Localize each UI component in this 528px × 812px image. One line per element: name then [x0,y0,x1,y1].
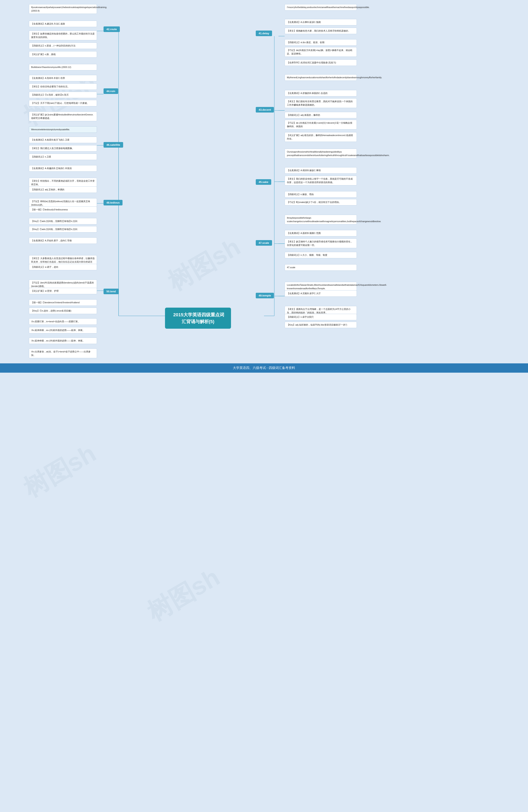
tedious-tip: 【猜一猜】①tediously②tediousness [29,206,97,213]
scale-word4: 【四级词义】n.大小、规模、等级、制度 [285,252,357,258]
route-sentence: Ifyouknowexactlywhatyouwant,thebestroute… [29,4,97,14]
tedious-sentence: 【全真测试】A.有趣的B.乏味的C.丰富的 [29,165,97,172]
bottom-bar: 大学英语四、六级考试···四级词汇备考资料 [0,363,528,373]
label-tend: 50.tend [104,289,119,294]
connector-lines [0,0,528,812]
tend-key3: ③v.延伸伸展，ex-(外)前外面的趋势——延伸、伸展。 [29,337,97,344]
temple-sentence: 47.scale [285,264,357,271]
delay-word4: 【四级词义】vt.&n.推迟、延误、欲期 [285,39,357,46]
route-word4: 【四级词义】n.渠道，(一种达到目的的)方法 [29,43,97,49]
sake-sentence: Oursisaprofessionwhichtraditionallyhasbe… [285,149,357,158]
tedious-test: 【译文】特别指出，不同的案例必须区分开，否则这会使工作变得乏味。 [29,178,97,187]
tend-key4: ④v.出席参加，at(在、处于)+tend=处于趋势之中——出席参加。 [29,348,97,358]
tend-expand: 【猜一猜】①tendence②intend③extend④attend [29,299,97,306]
sake-trans: 【译文】我们的职业传统上恪守一个信条，那就是尽可能的不造成伤害，这是把这一个为讲… [285,176,357,185]
satellite-test: 【全真测试】A.租星B.航天飞机C.卫星 [29,137,97,143]
sake-word4: 【四级词义】n.缘故、理由 [285,191,357,198]
label-tedious: 48.tedious [104,200,122,205]
satellite-trans: 【译文】我们通过人造卫星接收电视图像。 [29,145,97,151]
tedious-trans: 【四级词义】adj.乏味的，单调的 [29,186,97,193]
scale-test: 【全真测试】A.面积B.规模C.范围 [285,230,357,236]
tend-tip: 【词义扩展】vt.照管、护理 [29,288,97,294]
tend-key2: ③v.延伸伸展，ex-(外)前外面的趋势——延伸、伸展。 [29,327,97,333]
decent-tip: 【巧记】de-(向相反方向发展)+cent(分)=decent少花一分钱晚会很像… [285,120,357,129]
decent-trans: 【译文】我们朋友玲没有受过教育，因此对于她来说找一个体面的工作并赚钱来养家是困难… [285,98,357,108]
satellite-word4: 【四级词义】n.卫星 [29,154,97,160]
label-ruin: 44.ruin [104,88,118,94]
label-scale: 47.scale [256,240,272,246]
label-temple: 49.temple [256,293,274,298]
ruin-tip: 【巧记】天不下雨(rain)下道(u)，它把地球毁成一片废墟。 [29,100,97,106]
temple-guess: 【四级词义】n.庙宇太阳穴 [285,314,357,320]
route-trans: 【译文】如果你确定的知道你想要的，那么找工作最好的方法是接受专业的训练。 [29,31,97,40]
decent-word4: 【四级词义】adj.体面的，像样的 [285,112,357,118]
delay-trans: 【译文】很抱歉给您大家，我们的技术人员将尽快将机器修好。 [285,28,357,34]
watermark-2: 树图sh [162,230,247,299]
delay-tip: 【巧记】de(向相反方向发展)+lay(躺、放置)=躺着不起来、就会欧迟、延误事… [285,47,357,57]
temple-test: LocatedintheTaiwanStraits,MeizhouIslandi… [285,282,357,291]
sake-tip: 【巧记】蛇(snake)缺少了n后，就没有活下去的理由。 [285,199,357,205]
scale-sentence: Itmaybepossibleforlarge-scalechangetoccu… [285,215,357,224]
tend-key1: ②v.想要打算，in+tend=在趋向里——想要打算。 [29,318,97,325]
label-route: 42.route [104,26,120,32]
ruin-expand: 【词义扩展】[pl.]ruins废墟Hestudiedtheruinsofanc… [29,112,97,121]
tend-guess: 【Key】①n.趋向，趋势(-ence名词后缀) [29,308,97,314]
ruin-sentence: Butitdoesn'thavetoruinyourlife.(2003.12) [29,64,97,70]
tend-sentence: 【全真测试】A.开始B.易于，趋向C.导致 [29,237,97,244]
ruin-trans: 【译文】但你没有必要毁了你的生活。 [29,83,97,90]
label-satellite: 46.satellite [104,142,123,148]
decent-test: 【全真测试】A.舒服的B.体面的C.合适的 [285,90,357,97]
decent-sentence: MyfrienedLinghasnoeducationsoitshardforh… [285,74,357,81]
route-expand: 【词义扩展】n.路，路线 [29,51,97,58]
temple-trans: 【全真测试】A.宫殿B.庙宇C.大厅 [285,290,357,297]
title-line2: 汇背诵与解析(5) [173,318,223,325]
tend-trans: 【四级词义】vi.易于，趋向 [29,264,97,270]
page-container: 树图sh 树图sh 树图sh 树图sh [0,0,528,812]
decent-expand: 【词义扩展】adj.相当好的，像样的Hemadeadecentrecord.他成… [285,132,357,142]
sake-test: 【全真测试】A.维持B.缘故C.事情 [285,167,357,174]
watermark-4: 树图sh [141,561,226,629]
temple-key: 【Key】adj.似祈祷的，似庙宇的(-like形容词后缀表示"一的") [285,322,357,328]
ruin-word4: 【四级词义】①v.毁坏，破坏②n.毁灭 [29,92,97,98]
label-sake: 45.sake [256,179,271,185]
route-test: 【全真测试】A.建议B.方法C.道路 [29,21,97,27]
center-title: 2015大学英语四级重点词 汇背诵与解析(5) [165,308,231,329]
watermark-3: 树图sh [17,437,102,505]
title-line1: 2015大学英语四级重点词 [173,311,223,318]
satellite-sentence: Wereceivetelevisionpicturesbysatellite. [29,126,97,133]
delay-test: 【全真测试】A.出事B.延误C.拖期 [285,19,357,25]
delay-sentence: I'msorryfortheldelay,andourtechnicianwil… [285,4,357,11]
label-delay: 41.delay [256,31,272,36]
ruin-test: 【全真测试】A.毁坏B.丰富C.培养 [29,75,97,81]
tedious-guess: 【Key】①adv.沉闷地，无聊而乏味地②n.沉闷 [29,218,97,224]
delay-note: 【名师导学】此词在词汇选题中出现较多(见练习) [285,59,357,66]
scale-trans: 【译文】缺乏独特个人魅力的领导者也有可能推动大规模的变化，但变化的速度可能会慢一… [285,238,357,248]
tedious-key: 【Key】①adv.沉闷地，无聊而乏味地②n.沉闷 [29,226,97,232]
label-decent: 43.decent [256,107,274,113]
